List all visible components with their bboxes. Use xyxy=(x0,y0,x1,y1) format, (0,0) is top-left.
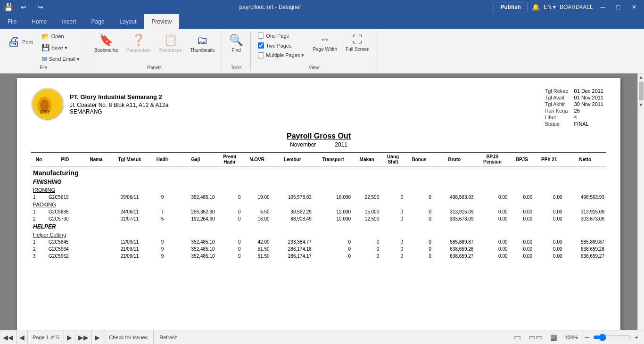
view-single-button[interactable]: ▭ xyxy=(511,330,524,344)
cell-netto: 498,563.93 xyxy=(564,194,606,201)
cell-lembur: 233,384.77 xyxy=(272,238,314,246)
cell-hadir: 9 xyxy=(150,238,175,246)
ironing-header[interactable]: IRONING xyxy=(33,187,55,193)
scroll-thumb[interactable] xyxy=(639,82,644,100)
cell-netto: 638,659.28 xyxy=(564,246,606,253)
cell-tgl-masuk: 01/07/11 xyxy=(109,215,150,222)
cell-makan: 22,500 xyxy=(353,194,381,201)
redo-btn[interactable]: ↪ xyxy=(34,2,47,12)
bookmarks-button[interactable]: 🔖 Bookmarks xyxy=(91,31,121,55)
zoom-out-button[interactable]: ─ xyxy=(583,334,591,341)
view-double-button[interactable]: ▭▭ xyxy=(526,330,545,344)
cell-bpjs-pensiun: 0.00 xyxy=(475,215,509,222)
send-email-button[interactable]: ✉ Send Email ▾ xyxy=(38,54,83,64)
payroll-table: No PID Nama Tgl Masuk Hadir Gaji PremiHa… xyxy=(31,152,606,260)
email-icon: ✉ xyxy=(41,55,47,63)
save-button[interactable]: 💾 Save ▾ xyxy=(38,42,83,53)
nav-prev-button[interactable]: ◀ xyxy=(17,330,28,344)
cell-pph21: 0.00 xyxy=(534,238,564,246)
print-icon: 🖨 xyxy=(7,33,20,49)
manufacturing-header: Manufacturing xyxy=(33,169,78,177)
col-nama: Nama xyxy=(83,152,109,166)
one-page-option[interactable]: One Page xyxy=(255,31,307,40)
page-width-label: Page Width xyxy=(313,47,337,52)
publish-button[interactable]: Publish xyxy=(494,2,528,12)
cell-bpjs-pensiun: 0.00 xyxy=(475,194,509,201)
parameters-button[interactable]: ❓ Parameters xyxy=(123,31,154,55)
one-page-checkbox[interactable] xyxy=(258,33,264,39)
close-btn[interactable]: ✕ xyxy=(628,3,640,11)
refresh-button[interactable]: Refresh xyxy=(154,330,183,344)
finishing-header: FINISHING xyxy=(33,179,62,185)
check-issues-button[interactable]: Check for Issues xyxy=(103,330,154,344)
cell-no: 1 xyxy=(31,208,47,215)
ribbon: File Home Insert Page Layout Preview 🖨 P… xyxy=(0,14,644,74)
zoom-in-button[interactable]: + xyxy=(633,334,640,341)
open-button[interactable]: 📂 Open xyxy=(38,31,83,41)
tab-home[interactable]: Home xyxy=(24,14,54,29)
scroll-down-arrow[interactable]: ▼ xyxy=(638,101,644,108)
nav-next-button[interactable]: ▶ xyxy=(64,330,75,344)
undo-btn[interactable]: ↩ xyxy=(17,2,30,12)
tab-file[interactable]: File xyxy=(0,14,24,29)
tab-layout[interactable]: Layout xyxy=(112,14,144,29)
scroll-up-arrow[interactable]: ▲ xyxy=(638,74,644,81)
cell-tgl-masuk: 12/09/11 xyxy=(109,238,150,246)
nav-last-button[interactable]: ▶▶ xyxy=(75,330,92,344)
tgl-akhir-label: Tgl Akhir xyxy=(542,101,571,107)
cell-lembur: 88,908.49 xyxy=(272,215,314,222)
bell-icon[interactable]: 🔔 xyxy=(532,3,540,11)
sub-finishing: FINISHING xyxy=(31,178,606,186)
find-button[interactable]: 🔍 Find xyxy=(226,31,247,55)
cell-lembur: 286,174.17 xyxy=(272,253,314,260)
cell-tgl-masuk: 21/09/11 xyxy=(109,246,150,253)
two-pages-label: Two Pages xyxy=(266,43,291,49)
hari-kerja-label: Hari Kerja xyxy=(542,107,571,114)
language-btn[interactable]: EN ▾ xyxy=(544,4,556,10)
minimize-btn[interactable]: ─ xyxy=(597,2,609,12)
libur-label: Libur xyxy=(542,114,571,121)
status-row: Status FINAL xyxy=(542,121,606,127)
ribbon-group-panels: 🔖 Bookmarks ❓ Parameters 📋 Resources 🗂 T… xyxy=(87,31,222,71)
zoom-slider[interactable] xyxy=(593,334,631,341)
packing-header[interactable]: PACKING xyxy=(33,202,56,207)
cell-tgl-masuk: 24/06/11 xyxy=(109,208,150,215)
doc-header: glory PT. Glory Industrial Semarang 2 Jl… xyxy=(31,88,606,127)
helper-cutting-header[interactable]: Helper Cutting xyxy=(33,232,66,238)
page-width-button[interactable]: ↔ Page Width xyxy=(309,31,340,54)
cell-bpjs-pensiun: 0.00 xyxy=(475,253,509,260)
maximize-btn[interactable]: □ xyxy=(613,2,624,12)
multiple-pages-checkbox[interactable] xyxy=(258,52,264,58)
cell-tgl-masuk: 09/06/11 xyxy=(109,194,150,201)
resources-button[interactable]: 📋 Resources xyxy=(156,31,185,55)
two-pages-checkbox[interactable] xyxy=(258,42,264,49)
tab-page[interactable]: Page xyxy=(83,14,112,29)
vertical-scrollbar[interactable]: ▲ ▼ xyxy=(637,74,644,330)
nav-first-button[interactable]: ◀◀ xyxy=(0,330,17,344)
cell-bpjs: 0.00 xyxy=(510,208,534,215)
cell-transport: 10,000 xyxy=(314,215,353,222)
page-view-buttons: ↔ Page Width ⛶ Full Screen xyxy=(309,31,372,54)
thumbnails-button[interactable]: 🗂 Thumbnails xyxy=(187,31,218,55)
tgl-akhir-value: 30 Nov 2011 xyxy=(571,101,606,107)
tab-preview[interactable]: Preview xyxy=(144,14,179,29)
two-pages-option[interactable]: Two Pages xyxy=(255,41,307,50)
cell-novr: 19.00 xyxy=(243,194,272,201)
cell-bonus: 0 xyxy=(405,208,433,215)
cell-bonus: 0 xyxy=(405,238,433,246)
libur-row: Libur 4 xyxy=(542,114,606,121)
print-button[interactable]: 🖨 Print xyxy=(4,31,36,63)
col-uang-shift: UangShift xyxy=(381,152,405,166)
info-table: Tgl Rekap 01 Dec 2011 Tgl Awal 01 Nov 20… xyxy=(542,88,606,127)
doc-info-right: Tgl Rekap 01 Dec 2011 Tgl Awal 01 Nov 20… xyxy=(542,88,606,127)
full-screen-button[interactable]: ⛶ Full Screen xyxy=(342,31,373,54)
company-logo-circle: glory xyxy=(31,88,64,121)
tab-insert[interactable]: Insert xyxy=(54,14,83,29)
multiple-pages-option[interactable]: Multiple Pages ▾ xyxy=(255,51,307,60)
cell-hadir: 5 xyxy=(150,215,175,222)
nav-play-button[interactable]: ▶ xyxy=(92,330,103,344)
col-lembur: Lembur xyxy=(272,152,314,166)
view-grid-button[interactable]: ▦ xyxy=(547,330,560,344)
tgl-awal-row: Tgl Awal 01 Nov 2011 xyxy=(542,94,606,101)
cell-bonus: 0 xyxy=(405,215,433,222)
